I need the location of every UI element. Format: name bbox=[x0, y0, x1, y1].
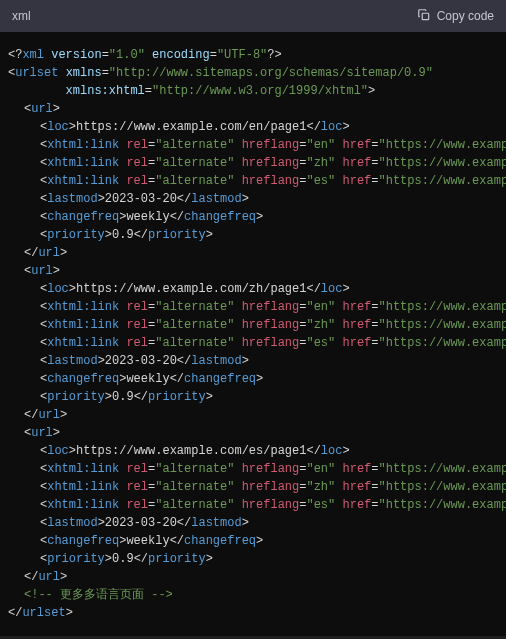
copy-code-button[interactable]: Copy code bbox=[417, 8, 494, 25]
code-block: <?xml version="1.0" encoding="UTF-8"?><u… bbox=[0, 32, 506, 636]
code-header: xml Copy code bbox=[0, 0, 506, 32]
svg-rect-0 bbox=[422, 13, 428, 19]
language-label: xml bbox=[12, 9, 31, 23]
clipboard-icon bbox=[417, 8, 431, 25]
copy-code-label: Copy code bbox=[437, 9, 494, 23]
